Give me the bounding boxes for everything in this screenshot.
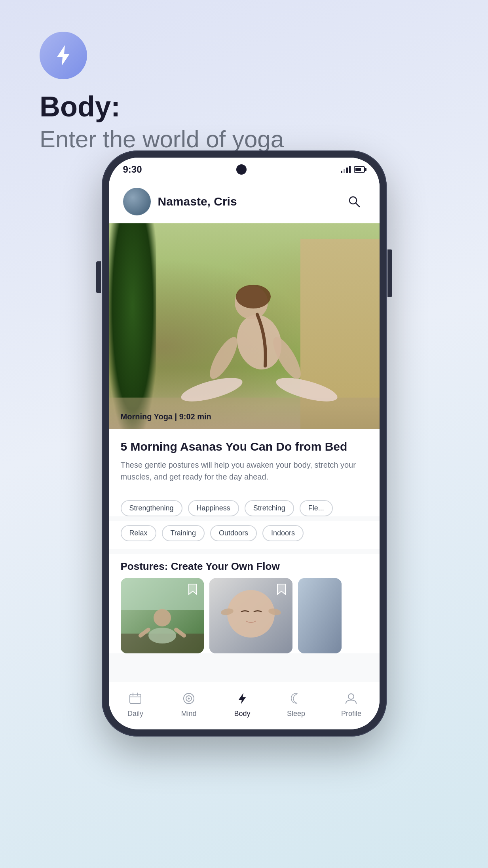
- svg-point-29: [188, 698, 190, 700]
- page-header: Body: Enter the world of yoga: [40, 32, 284, 153]
- tag-happiness[interactable]: Happiness: [188, 500, 239, 516]
- tag-relax[interactable]: Relax: [121, 525, 156, 541]
- bookmark-icon-2: [277, 583, 286, 595]
- page-subtitle: Enter the world of yoga: [40, 126, 284, 153]
- nav-label-mind: Mind: [181, 710, 196, 718]
- profile-nav-icon: [344, 692, 358, 705]
- svg-marker-0: [57, 45, 70, 66]
- nav-item-daily[interactable]: Daily: [127, 690, 144, 718]
- tag-strengthening[interactable]: Strengthening: [121, 500, 182, 516]
- hero-label-overlay: Morning Yoga | 9:02 min: [109, 404, 380, 429]
- wifi-bar-1: [341, 171, 342, 173]
- svg-rect-22: [298, 578, 342, 653]
- logo-circle: [40, 32, 87, 79]
- hero-image: Morning Yoga | 9:02 min: [109, 223, 380, 429]
- wifi-bar-2: [344, 169, 345, 173]
- wifi-bar-3: [346, 168, 348, 173]
- nav-label-profile: Profile: [341, 710, 361, 718]
- nav-item-body[interactable]: Body: [234, 690, 251, 718]
- posture-card-3[interactable]: [298, 578, 342, 653]
- content-card: 5 Morning Asanas You Can Do from Bed The…: [109, 429, 380, 500]
- status-time: 9:30: [123, 164, 142, 175]
- bolt-logo-icon: [51, 44, 75, 67]
- person-icon: [342, 690, 360, 707]
- svg-point-19: [227, 590, 275, 638]
- user-info: Namaste, Cris: [123, 188, 237, 215]
- daily-nav-icon: [129, 692, 142, 705]
- status-icons: [341, 166, 365, 173]
- bottom-navigation: Daily Mind: [109, 682, 380, 729]
- tags-row-2: Relax Training Outdoors Indoors: [109, 521, 380, 549]
- hero-label: Morning Yoga | 9:02 min: [121, 412, 211, 421]
- svg-marker-30: [239, 693, 246, 704]
- avatar: [123, 188, 151, 215]
- nav-label-sleep: Sleep: [287, 710, 305, 718]
- bookmark-card-1[interactable]: [186, 583, 199, 596]
- nav-label-body: Body: [234, 710, 250, 718]
- sleep-nav-icon: [289, 692, 303, 705]
- wifi-bar-4: [349, 166, 351, 173]
- app-header: Namaste, Cris: [109, 181, 380, 223]
- battery-fill: [355, 168, 361, 171]
- nav-label-daily: Daily: [127, 710, 143, 718]
- body-bolt-icon: [235, 692, 249, 705]
- section-title: Postures: Create Your Own Flow: [109, 554, 380, 578]
- posture-card-1[interactable]: [121, 578, 204, 653]
- svg-point-7: [205, 333, 242, 383]
- phone-outer-shell: 9:30: [102, 150, 387, 737]
- tag-flexibility[interactable]: Fle...: [300, 500, 333, 516]
- avatar-image: [123, 188, 151, 215]
- card-title: 5 Morning Asanas You Can Do from Bed: [121, 439, 368, 454]
- search-button[interactable]: [343, 190, 365, 213]
- bookmark-card-2[interactable]: [275, 583, 288, 596]
- status-bar: 9:30: [109, 158, 380, 181]
- phone-screen: 9:30: [109, 158, 380, 729]
- phone-mockup: 9:30: [102, 150, 387, 737]
- bookmark-icon-1: [188, 583, 197, 595]
- svg-rect-23: [130, 694, 141, 704]
- svg-point-31: [348, 694, 354, 699]
- page-title: Body:: [40, 91, 284, 122]
- tag-stretching[interactable]: Stretching: [245, 500, 294, 516]
- calendar-icon: [127, 690, 144, 707]
- nav-item-mind[interactable]: Mind: [180, 690, 197, 718]
- posture-card-2[interactable]: [209, 578, 292, 653]
- tag-indoors[interactable]: Indoors: [262, 525, 304, 541]
- bolt-nav-icon: [234, 690, 251, 707]
- svg-point-6: [236, 285, 271, 308]
- greeting-text: Namaste, Cris: [158, 195, 237, 208]
- battery-icon: [354, 166, 365, 173]
- search-icon: [347, 194, 361, 209]
- posture-cards-row: [109, 578, 380, 653]
- target-icon: [180, 690, 197, 707]
- svg-point-15: [148, 628, 176, 643]
- nav-item-sleep[interactable]: Sleep: [287, 690, 305, 718]
- svg-point-14: [154, 609, 171, 626]
- camera-notch: [236, 164, 247, 175]
- moon-icon: [287, 690, 305, 707]
- svg-line-2: [356, 203, 359, 207]
- posture-person-3: [298, 578, 342, 653]
- yoga-person-illustration: [109, 223, 380, 429]
- tags-row-1: Strengthening Happiness Stretching Fle..…: [109, 500, 380, 516]
- card-description: These gentle postures will help you awak…: [121, 459, 368, 483]
- nav-item-profile[interactable]: Profile: [341, 690, 361, 718]
- mind-nav-icon: [182, 692, 196, 705]
- tag-training[interactable]: Training: [162, 525, 205, 541]
- wifi-icon: [341, 166, 351, 173]
- tag-outdoors[interactable]: Outdoors: [210, 525, 257, 541]
